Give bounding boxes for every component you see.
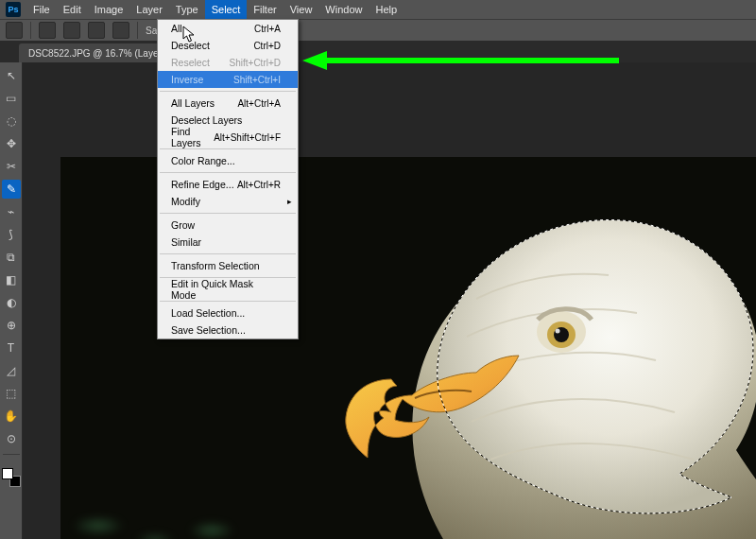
crop-tool[interactable]: ✂ bbox=[2, 157, 21, 176]
menu-file[interactable]: File bbox=[26, 0, 57, 19]
menu-layer[interactable]: Layer bbox=[129, 0, 169, 19]
menuitem-load-selection[interactable]: Load Selection... bbox=[158, 304, 298, 322]
menuitem-label: Deselect bbox=[171, 40, 210, 51]
menuitem-save-selection[interactable]: Save Selection... bbox=[158, 322, 298, 339]
menuitem-label: Grow bbox=[171, 219, 195, 231]
menuitem-label: Edit in Quick Mask Mode bbox=[171, 278, 281, 301]
toolbox: ↖ ▭ ◌ ✥ ✂ ✎ ⌁ ⟆ ⧉ ◧ ◐ ⊕ T ◿ ⬚ ✋ ⊙ bbox=[0, 62, 23, 539]
menu-separator bbox=[160, 253, 296, 254]
brush-tool[interactable]: ⟆ bbox=[2, 225, 21, 244]
tool-preset-button[interactable] bbox=[6, 22, 23, 39]
hand-tool[interactable]: ✋ bbox=[2, 407, 21, 426]
menu-separator bbox=[160, 148, 296, 149]
menuitem-shortcut: Alt+Ctrl+A bbox=[237, 98, 281, 109]
menuitem-all[interactable]: All Ctrl+A bbox=[158, 20, 298, 37]
quick-select-tool[interactable]: ✥ bbox=[2, 134, 21, 153]
menuitem-label: Transform Selection bbox=[171, 260, 260, 271]
menuitem-label: Inverse bbox=[171, 74, 203, 85]
menuitem-shortcut: Ctrl+D bbox=[253, 41, 281, 51]
eagle-image bbox=[278, 157, 756, 539]
menuitem-shortcut: Shift+Ctrl+D bbox=[230, 58, 281, 68]
menuitem-label: Similar bbox=[171, 236, 201, 248]
option-swatch-3[interactable] bbox=[88, 22, 105, 39]
menuitem-color-range[interactable]: Color Range... bbox=[158, 152, 298, 169]
menuitem-label: Deselect Layers bbox=[171, 114, 242, 126]
dodge-tool[interactable]: ◐ bbox=[2, 293, 21, 312]
menuitem-shortcut: Alt+Ctrl+R bbox=[237, 180, 281, 190]
menu-window[interactable]: Window bbox=[318, 0, 369, 19]
menuitem-find-layers[interactable]: Find Layers Alt+Shift+Ctrl+F bbox=[158, 129, 298, 146]
options-bar: Sam… bbox=[0, 19, 756, 42]
option-swatch-1[interactable] bbox=[39, 22, 56, 39]
color-swatches[interactable] bbox=[2, 468, 21, 487]
document-tab-bar: DSC8522.JPG @ 16.7% (Layer 1, RGB/… × bbox=[0, 42, 756, 62]
move-tool[interactable]: ↖ bbox=[2, 66, 21, 85]
menu-separator bbox=[160, 172, 296, 173]
zoom-tool[interactable]: ⊙ bbox=[2, 429, 21, 448]
pen-tool[interactable]: ⊕ bbox=[2, 316, 21, 335]
menu-separator bbox=[160, 213, 296, 214]
submenu-arrow-icon: ▸ bbox=[287, 197, 292, 206]
menuitem-label: Reselect bbox=[171, 57, 210, 68]
ground-blur bbox=[60, 497, 249, 539]
menuitem-grow[interactable]: Grow bbox=[158, 217, 298, 234]
menuitem-all-layers[interactable]: All Layers Alt+Ctrl+A bbox=[158, 95, 298, 112]
menuitem-quick-mask[interactable]: Edit in Quick Mask Mode bbox=[158, 281, 298, 298]
menuitem-inverse[interactable]: Inverse Shift+Ctrl+I bbox=[158, 71, 298, 88]
menuitem-shortcut: Alt+Shift+Ctrl+F bbox=[214, 132, 281, 143]
svg-point-3 bbox=[556, 329, 560, 334]
menu-bar: Ps File Edit Image Layer Type Select Fil… bbox=[0, 0, 756, 19]
menuitem-shortcut: Shift+Ctrl+I bbox=[233, 75, 281, 85]
healing-tool[interactable]: ⌁ bbox=[2, 202, 21, 221]
menu-separator bbox=[160, 91, 296, 92]
menuitem-label: Modify bbox=[171, 196, 200, 207]
menu-select[interactable]: Select bbox=[205, 0, 248, 19]
eyedropper-tool[interactable]: ✎ bbox=[2, 180, 21, 199]
app-logo: Ps bbox=[6, 2, 21, 17]
workspace: ↖ ▭ ◌ ✥ ✂ ✎ ⌁ ⟆ ⧉ ◧ ◐ ⊕ T ◿ ⬚ ✋ ⊙ bbox=[0, 62, 756, 539]
type-tool[interactable]: T bbox=[2, 339, 21, 357]
separator bbox=[137, 22, 138, 39]
select-menu-dropdown: All Ctrl+A Deselect Ctrl+D Reselect Shif… bbox=[157, 19, 299, 339]
menu-filter[interactable]: Filter bbox=[247, 0, 283, 19]
marquee-tool[interactable]: ▭ bbox=[2, 89, 21, 108]
separator bbox=[30, 22, 31, 39]
menuitem-label: Find Layers bbox=[171, 126, 214, 148]
menuitem-label: All bbox=[171, 23, 182, 34]
menu-view[interactable]: View bbox=[284, 0, 319, 19]
clone-tool[interactable]: ⧉ bbox=[2, 248, 21, 267]
menuitem-label: Save Selection... bbox=[171, 324, 246, 336]
menuitem-modify[interactable]: Modify ▸ bbox=[158, 193, 298, 210]
menuitem-deselect[interactable]: Deselect Ctrl+D bbox=[158, 37, 298, 54]
menu-edit[interactable]: Edit bbox=[57, 0, 88, 19]
foreground-color-swatch[interactable] bbox=[2, 468, 13, 479]
path-tool[interactable]: ◿ bbox=[2, 361, 21, 380]
menuitem-transform-selection[interactable]: Transform Selection bbox=[158, 257, 298, 274]
menu-image[interactable]: Image bbox=[88, 0, 130, 19]
menuitem-shortcut: Ctrl+A bbox=[254, 24, 281, 34]
tool-separator bbox=[3, 454, 20, 455]
menuitem-reselect: Reselect Shift+Ctrl+D bbox=[158, 54, 298, 71]
menuitem-similar[interactable]: Similar bbox=[158, 234, 298, 251]
option-swatch-4[interactable] bbox=[112, 22, 129, 39]
menu-help[interactable]: Help bbox=[369, 0, 404, 19]
menu-separator bbox=[160, 301, 296, 302]
menuitem-label: Load Selection... bbox=[171, 307, 245, 319]
menuitem-refine-edge[interactable]: Refine Edge... Alt+Ctrl+R bbox=[158, 176, 298, 193]
menuitem-label: Color Range... bbox=[171, 155, 235, 166]
shape-tool[interactable]: ⬚ bbox=[2, 384, 21, 403]
menuitem-label: All Layers bbox=[171, 97, 215, 109]
lasso-tool[interactable]: ◌ bbox=[2, 112, 21, 130]
menuitem-label: Refine Edge... bbox=[171, 179, 234, 190]
menu-type[interactable]: Type bbox=[169, 0, 205, 19]
gradient-tool[interactable]: ◧ bbox=[2, 270, 21, 289]
canvas-area bbox=[23, 62, 756, 539]
option-swatch-2[interactable] bbox=[63, 22, 80, 39]
